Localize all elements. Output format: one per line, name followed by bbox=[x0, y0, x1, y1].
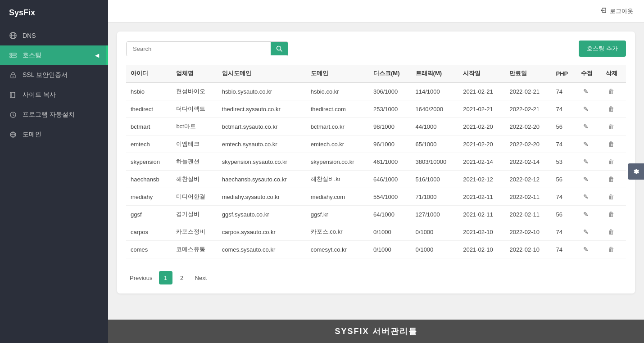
cell-start: 2021-02-10 bbox=[458, 241, 505, 258]
cell-delete: 🗑 bbox=[601, 118, 626, 135]
cell-traffic: 127/1000 bbox=[411, 206, 459, 223]
hosting-card: 호스팅 추가 아이디 업체명 임시도메인 도메인 디스크(M) 트래픽(M) 시… bbox=[117, 32, 635, 293]
cell-edit: ✎ bbox=[576, 135, 601, 153]
col-delete: 삭제 bbox=[601, 65, 626, 82]
cell-php: 53 bbox=[552, 153, 577, 171]
cell-temp-domain: haechansb.sysauto.co.kr bbox=[218, 171, 306, 188]
table-row: carpos 카포스정비 carpos.sysauto.co.kr 카포스.co… bbox=[126, 223, 626, 241]
table-row: emtech 이엠테크 emtech.sysauto.co.kr emtech.… bbox=[126, 135, 626, 153]
search-input[interactable] bbox=[127, 42, 271, 56]
delete-button[interactable]: 🗑 bbox=[606, 227, 617, 236]
cell-temp-domain: bctmart.sysauto.co.kr bbox=[218, 118, 306, 135]
cell-temp-domain: skypension.sysauto.co.kr bbox=[218, 153, 306, 171]
sidebar-item-domain[interactable]: 도메인 bbox=[0, 125, 108, 144]
cell-domain: mediahy.com bbox=[306, 188, 369, 206]
search-button[interactable] bbox=[271, 42, 288, 55]
edit-button[interactable]: ✎ bbox=[581, 104, 591, 113]
pagination-next[interactable]: Next bbox=[191, 273, 211, 283]
edit-button[interactable]: ✎ bbox=[581, 227, 591, 236]
delete-button[interactable]: 🗑 bbox=[606, 210, 617, 219]
cell-edit: ✎ bbox=[576, 118, 601, 135]
cell-disk: 306/1000 bbox=[369, 82, 411, 100]
sidebar-item-autoinstall[interactable]: 프로그램 자동설치 bbox=[0, 105, 108, 125]
hosting-table: 아이디 업체명 임시도메인 도메인 디스크(M) 트래픽(M) 시작일 만료일 … bbox=[126, 65, 626, 258]
edit-button[interactable]: ✎ bbox=[581, 192, 591, 201]
cell-domain: comesyt.co.kr bbox=[306, 241, 369, 258]
table-row: hsbio 현성바이오 hsbio.sysauto.co.kr hsbio.co… bbox=[126, 82, 626, 100]
cell-company: bct마트 bbox=[172, 118, 217, 135]
delete-button[interactable]: 🗑 bbox=[606, 157, 617, 166]
cell-php: 74 bbox=[552, 82, 577, 100]
cell-disk: 646/1000 bbox=[369, 171, 411, 188]
cell-temp-domain: carpos.sysauto.co.kr bbox=[218, 223, 306, 241]
cell-delete: 🗑 bbox=[601, 153, 626, 171]
svg-rect-9 bbox=[10, 92, 15, 98]
cell-id: skypension bbox=[126, 153, 172, 171]
cell-edit: ✎ bbox=[576, 223, 601, 241]
cell-domain: skypension.co.kr bbox=[306, 153, 369, 171]
table-row: comes 코메스유통 comes.sysauto.co.kr comesyt.… bbox=[126, 241, 626, 258]
delete-button[interactable]: 🗑 bbox=[606, 140, 617, 149]
cell-edit: ✎ bbox=[576, 171, 601, 188]
cell-disk: 64/1000 bbox=[369, 206, 411, 223]
sidebar-item-dns[interactable]: DNS bbox=[0, 26, 108, 45]
sidebar-item-backup[interactable]: 사이트 복사 bbox=[0, 85, 108, 105]
edit-button[interactable]: ✎ bbox=[581, 87, 591, 96]
cell-expire: 2022-02-21 bbox=[505, 100, 551, 118]
hosting-icon bbox=[9, 51, 17, 59]
edit-button[interactable]: ✎ bbox=[581, 140, 591, 149]
sidebar-item-hosting[interactable]: 호스팅 ◀ bbox=[0, 45, 108, 65]
cell-id: comes bbox=[126, 241, 172, 258]
cell-php: 56 bbox=[552, 171, 577, 188]
sidebar-item-ssl-label: SSL 보안인증서 bbox=[23, 71, 68, 79]
cell-company: 카포스정비 bbox=[172, 223, 217, 241]
cell-traffic: 65/1000 bbox=[411, 135, 459, 153]
cell-company: 미디어한결 bbox=[172, 188, 217, 206]
logout-button[interactable]: 로그아웃 bbox=[600, 7, 633, 15]
cell-traffic: 3803/10000 bbox=[411, 153, 459, 171]
edit-button[interactable]: ✎ bbox=[581, 245, 591, 254]
delete-button[interactable]: 🗑 bbox=[606, 192, 617, 201]
cell-edit: ✎ bbox=[576, 153, 601, 171]
cell-start: 2021-02-20 bbox=[458, 135, 505, 153]
cell-id: hsbio bbox=[126, 82, 172, 100]
cell-domain: hsbio.co.kr bbox=[306, 82, 369, 100]
cell-domain: thedirect.com bbox=[306, 100, 369, 118]
footer-bar: SYSFIX 서버관리툴 bbox=[108, 320, 644, 343]
edit-button[interactable]: ✎ bbox=[581, 210, 591, 219]
edit-button[interactable]: ✎ bbox=[581, 122, 591, 131]
cell-temp-domain: emtech.sysauto.co.kr bbox=[218, 135, 306, 153]
sidebar-item-autoinstall-label: 프로그램 자동설치 bbox=[23, 111, 75, 119]
cell-delete: 🗑 bbox=[601, 100, 626, 118]
pagination-page-1[interactable]: 1 bbox=[159, 271, 172, 284]
ssl-icon bbox=[9, 71, 17, 79]
active-arrow-icon: ◀ bbox=[95, 52, 99, 59]
cell-expire: 2022-02-12 bbox=[505, 171, 551, 188]
table-row: mediahy 미디어한결 mediahy.sysauto.co.kr medi… bbox=[126, 188, 626, 206]
pagination: Previous 1 2 Next bbox=[126, 266, 626, 284]
dns-icon bbox=[9, 32, 17, 40]
pagination-previous[interactable]: Previous bbox=[126, 273, 156, 283]
settings-fab[interactable] bbox=[628, 163, 644, 180]
cell-edit: ✎ bbox=[576, 241, 601, 258]
table-row: haechansb 해찬설비 haechansb.sysauto.co.kr 해… bbox=[126, 171, 626, 188]
cell-delete: 🗑 bbox=[601, 206, 626, 223]
col-start: 시작일 bbox=[458, 65, 505, 82]
delete-button[interactable]: 🗑 bbox=[606, 122, 617, 131]
add-hosting-button[interactable]: 호스팅 추가 bbox=[579, 41, 626, 57]
col-php: PHP bbox=[552, 65, 577, 82]
cell-delete: 🗑 bbox=[601, 241, 626, 258]
delete-button[interactable]: 🗑 bbox=[606, 104, 617, 113]
delete-button[interactable]: 🗑 bbox=[606, 175, 617, 184]
cell-disk: 98/1000 bbox=[369, 118, 411, 135]
edit-button[interactable]: ✎ bbox=[581, 175, 591, 184]
cell-temp-domain: hsbio.sysauto.co.kr bbox=[218, 82, 306, 100]
edit-button[interactable]: ✎ bbox=[581, 157, 591, 166]
sidebar-item-ssl[interactable]: SSL 보안인증서 bbox=[0, 65, 108, 85]
pagination-page-2[interactable]: 2 bbox=[175, 271, 189, 284]
delete-button[interactable]: 🗑 bbox=[606, 87, 617, 96]
cell-delete: 🗑 bbox=[601, 82, 626, 100]
cell-expire: 2022-02-20 bbox=[505, 135, 551, 153]
cell-php: 74 bbox=[552, 241, 577, 258]
delete-button[interactable]: 🗑 bbox=[606, 245, 617, 254]
